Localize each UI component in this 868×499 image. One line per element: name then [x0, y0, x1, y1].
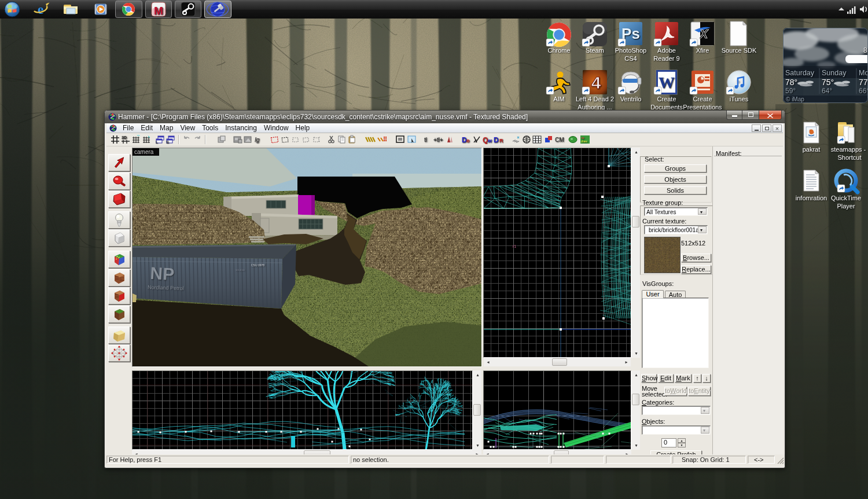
svg-text:M: M [154, 5, 163, 17]
svg-text:infomration: infomration [796, 195, 827, 201]
svg-text:Create: Create [657, 96, 676, 102]
svg-text:iTunes: iTunes [730, 96, 749, 102]
svg-text:8: 8 [863, 46, 867, 54]
svg-text:78°: 78° [785, 78, 797, 87]
svg-text:AIM: AIM [553, 96, 565, 102]
svg-text:Sunday: Sunday [822, 69, 847, 77]
svg-text:66°: 66° [859, 87, 868, 95]
svg-text:77°: 77° [859, 78, 868, 87]
svg-text:Create: Create [693, 96, 712, 102]
svg-text:PhotoShop: PhotoShop [615, 47, 646, 54]
svg-text:Mor: Mor [859, 69, 868, 77]
svg-text:CS4: CS4 [624, 55, 637, 62]
svg-text:e: e [38, 2, 44, 17]
svg-text:Left 4 Dead 2: Left 4 Dead 2 [576, 96, 614, 102]
svg-text:Shortcut: Shortcut [838, 154, 862, 161]
svg-text:QuickTime: QuickTime [831, 195, 861, 201]
svg-text:Xfire: Xfire [696, 47, 709, 54]
svg-text:Ventrilo: Ventrilo [620, 96, 642, 102]
svg-text:59°: 59° [785, 87, 796, 95]
svg-text:4: 4 [591, 73, 601, 92]
svg-text:Player: Player [837, 203, 855, 210]
svg-text:Reader 9: Reader 9 [653, 55, 679, 62]
svg-text:75°: 75° [822, 78, 834, 87]
svg-text:pakrat: pakrat [803, 146, 821, 153]
svg-text:steamapps -: steamapps - [831, 146, 866, 153]
svg-text:Steam: Steam [586, 47, 604, 54]
svg-text:X: X [698, 27, 709, 41]
svg-text:Chrome: Chrome [547, 47, 570, 54]
svg-text:Adobe: Adobe [657, 47, 676, 54]
svg-text:Saturday: Saturday [785, 69, 815, 77]
svg-text:Source SDK: Source SDK [722, 47, 757, 54]
svg-text:64°: 64° [822, 87, 832, 95]
svg-text:© iMap: © iMap [786, 96, 804, 102]
